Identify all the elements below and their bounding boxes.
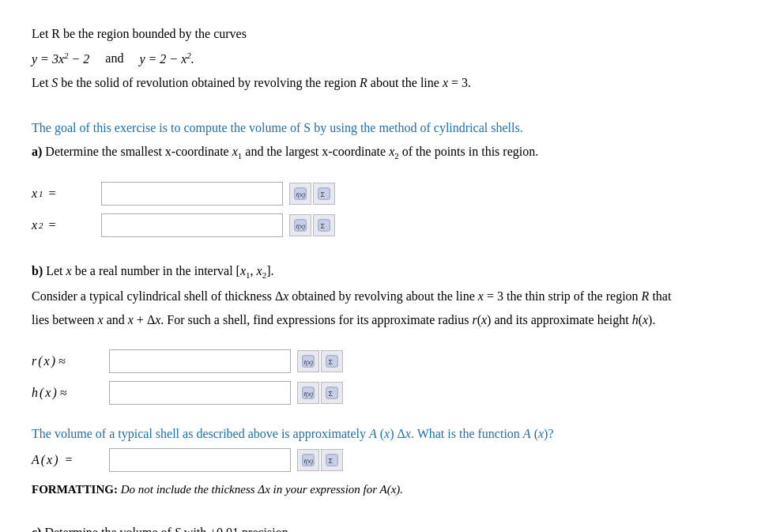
intro-line2: y = 3x2 − 2 and y = 2 − x2. <box>32 47 733 70</box>
x2-formula-btn[interactable]: f(x) <box>289 214 311 236</box>
ax-row: A (x) = f(x) Σ <box>32 448 733 472</box>
x1-formula-btn[interactable]: f(x) <box>289 183 311 205</box>
x1-symbol-btn[interactable]: Σ <box>313 183 335 205</box>
svg-text:Σ: Σ <box>321 191 326 198</box>
ax-input[interactable] <box>109 448 291 472</box>
svg-text:Σ: Σ <box>321 222 326 230</box>
goal-section: The goal of this exercise is to compute … <box>32 118 733 164</box>
x2-input[interactable] <box>101 213 283 237</box>
svg-text:f(x): f(x) <box>296 191 306 198</box>
goal-text: The goal of this exercise is to compute … <box>32 118 733 138</box>
ax-formula-btn[interactable]: f(x) <box>297 449 319 471</box>
hx-formula-btn[interactable]: f(x) <box>297 382 319 404</box>
svg-text:f(x): f(x) <box>296 223 306 230</box>
part-b-inputs: r(x) ≈ f(x) Σ h(x) ≈ <box>32 349 733 405</box>
ax-section: The volume of a typical shell as describ… <box>32 424 733 499</box>
svg-text:f(x): f(x) <box>304 359 314 366</box>
and-connector: and <box>105 52 123 66</box>
equation-y2: y = 2 − x2. <box>139 52 194 66</box>
part-a-label: a) <box>32 145 42 158</box>
part-a-inputs: x1 = f(x) Σ x2 = <box>32 182 733 237</box>
part-a-description: a) Determine the smallest x-coordinate x… <box>32 141 733 163</box>
svg-text:Σ: Σ <box>329 456 334 464</box>
part-b-section: b) Let x be a real number in the interva… <box>32 261 733 330</box>
rx-formula-btn[interactable]: f(x) <box>297 350 319 372</box>
x2-symbol-btn[interactable]: Σ <box>313 214 335 236</box>
x2-icon-group: f(x) Σ <box>289 214 335 236</box>
symbol-icon-5: Σ <box>325 453 339 467</box>
intro-line1: Let R be the region bounded by the curve… <box>32 24 733 44</box>
hx-icon-group: f(x) Σ <box>297 382 343 404</box>
x2-label: x2 = <box>32 218 95 232</box>
part-b-line2: Consider a typical cylindrical shell of … <box>32 286 733 307</box>
equation-y1: y = 3x2 − 2 <box>32 52 89 66</box>
x1-label: x1 = <box>32 187 95 201</box>
part-c-section: c) Determine the volume of S with ±0.01 … <box>32 523 733 532</box>
hx-symbol-btn[interactable]: Σ <box>321 382 343 404</box>
part-b-line1: b) Let x be a real number in the interva… <box>32 261 733 282</box>
ax-label: A (x) = <box>32 453 103 467</box>
symbol-icon-2: Σ <box>317 218 331 232</box>
x1-icon-group: f(x) Σ <box>289 183 335 205</box>
svg-text:Σ: Σ <box>329 358 334 366</box>
svg-text:f(x): f(x) <box>304 457 314 464</box>
ax-description: The volume of a typical shell as describ… <box>32 424 733 444</box>
ax-icon-group: f(x) Σ <box>297 449 343 471</box>
formula-icon-4: f(x) <box>301 386 315 400</box>
part-b-label: b) <box>32 264 43 277</box>
rx-label: r(x) ≈ <box>32 354 103 368</box>
hx-row: h(x) ≈ f(x) Σ <box>32 381 733 405</box>
svg-text:Σ: Σ <box>329 390 334 398</box>
svg-text:f(x): f(x) <box>304 391 314 398</box>
symbol-icon-3: Σ <box>325 354 339 368</box>
rx-icon-group: f(x) Σ <box>297 350 343 372</box>
symbol-icon: Σ <box>317 187 331 201</box>
part-c-label: c) <box>32 526 41 532</box>
formula-icon-2: f(x) <box>293 218 307 232</box>
rx-input[interactable] <box>109 349 291 373</box>
formatting-bold: FORMATTING: <box>32 483 118 496</box>
ax-symbol-btn[interactable]: Σ <box>321 449 343 471</box>
part-b-line3: lies between x and x + Δx. For such a sh… <box>32 310 733 330</box>
rx-symbol-btn[interactable]: Σ <box>321 350 343 372</box>
intro-line3: Let S be the solid of revolution obtaine… <box>32 73 733 93</box>
formula-icon: f(x) <box>293 187 307 201</box>
formatting-rest: Do not include the thickness Δx in your … <box>121 483 403 496</box>
part-c-description: c) Determine the volume of S with ±0.01 … <box>32 523 733 532</box>
symbol-icon-4: Σ <box>325 386 339 400</box>
x1-input[interactable] <box>101 182 283 206</box>
intro-section: Let R be the region bounded by the curve… <box>32 24 733 94</box>
formatting-note: FORMATTING: Do not include the thickness… <box>32 480 733 500</box>
x1-row: x1 = f(x) Σ <box>32 182 733 206</box>
formula-icon-5: f(x) <box>301 453 315 467</box>
rx-row: r(x) ≈ f(x) Σ <box>32 349 733 373</box>
formula-icon-3: f(x) <box>301 354 315 368</box>
hx-input[interactable] <box>109 381 291 405</box>
hx-label: h(x) ≈ <box>32 386 103 400</box>
x2-row: x2 = f(x) Σ <box>32 213 733 237</box>
